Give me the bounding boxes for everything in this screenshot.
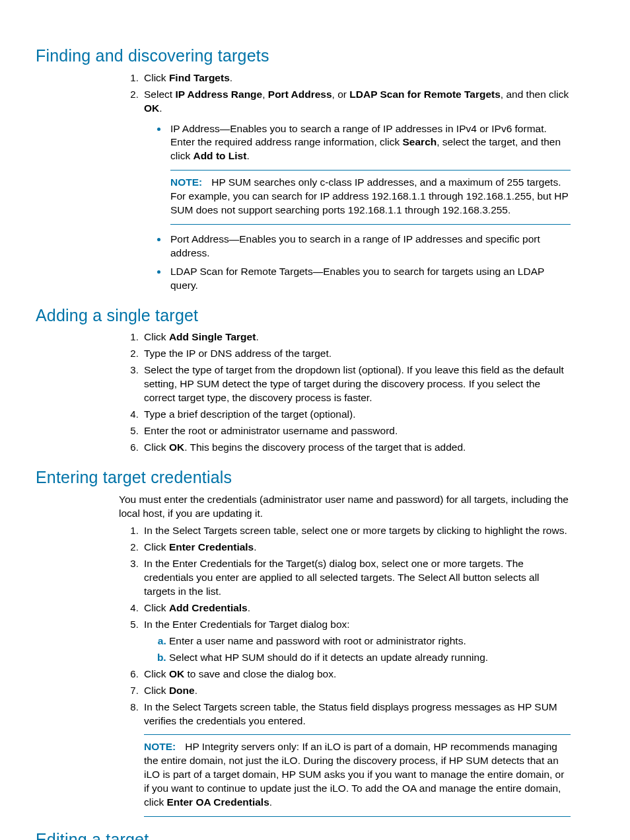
- creds-step-5: In the Enter Credentials for Target dial…: [141, 618, 571, 665]
- creds-step-7: Click Done.: [141, 684, 571, 698]
- creds-step-8: In the Select Targets screen table, the …: [141, 701, 571, 817]
- adding-step-4: Type a brief description of the target (…: [141, 408, 571, 422]
- note-label: NOTE:: [144, 741, 176, 752]
- credentials-intro: You must enter the credentials (administ…: [119, 493, 571, 521]
- heading-adding: Adding a single target: [36, 305, 571, 327]
- creds-step-1: In the Select Targets screen table, sele…: [141, 524, 571, 538]
- creds-note-box: NOTE:HP Integrity servers only: If an iL…: [144, 734, 571, 817]
- creds-step-2: Click Enter Credentials.: [141, 541, 571, 554]
- finding-bullet-ldap: LDAP Scan for Remote Targets—Enables you…: [168, 265, 571, 293]
- credentials-steps: In the Select Targets screen table, sele…: [108, 524, 571, 817]
- adding-step-5: Enter the root or administrator username…: [141, 424, 571, 438]
- finding-steps: Click Find Targets. Select IP Address Ra…: [108, 71, 571, 293]
- finding-step-1: Click Find Targets.: [141, 71, 571, 85]
- adding-step-6: Click OK. This begins the discovery proc…: [141, 441, 571, 455]
- adding-step-3: Select the type of target from the dropd…: [141, 363, 571, 405]
- heading-editing: Editing a target: [36, 829, 571, 840]
- note-text: HP SUM searches only c-class IP addresse…: [170, 176, 569, 215]
- finding-bullet-port: Port Address—Enables you to search in a …: [168, 233, 571, 260]
- creds-sub-a: Enter a user name and password with root…: [169, 634, 571, 648]
- creds-step-6: Click OK to save and close the dialog bo…: [141, 668, 571, 681]
- finding-step-2: Select IP Address Range, Port Address, o…: [141, 88, 571, 293]
- creds-step-4: Click Add Credentials.: [141, 601, 571, 615]
- creds-sub-steps: Enter a user name and password with root…: [155, 634, 571, 665]
- creds-step-3: In the Enter Credentials for the Target(…: [141, 557, 571, 599]
- creds-sub-b: Select what HP SUM should do if it detec…: [169, 651, 571, 665]
- adding-step-1: Click Add Single Target.: [141, 330, 571, 344]
- finding-note-box: NOTE:HP SUM searches only c-class IP add…: [170, 170, 571, 225]
- finding-sub-bullets: IP Address—Enables you to search a range…: [156, 122, 571, 293]
- heading-credentials: Entering target credentials: [36, 467, 571, 489]
- note-label: NOTE:: [170, 176, 202, 188]
- adding-steps: Click Add Single Target. Type the IP or …: [108, 330, 571, 454]
- heading-finding: Finding and discovering targets: [36, 45, 571, 67]
- adding-step-2: Type the IP or DNS address of the target…: [141, 347, 571, 361]
- finding-bullet-ip: IP Address—Enables you to search a range…: [168, 122, 571, 225]
